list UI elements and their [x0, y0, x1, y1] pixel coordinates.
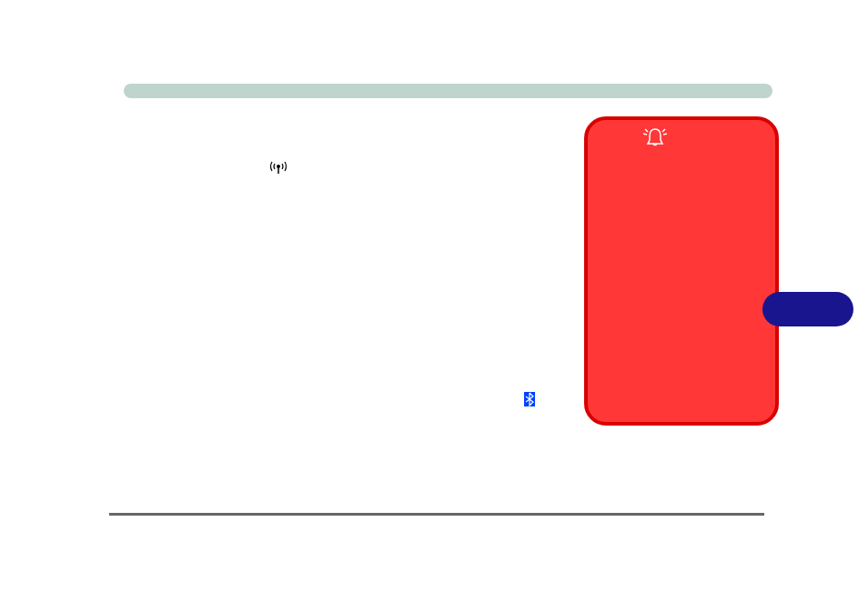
divider-line — [109, 513, 764, 516]
svg-point-0 — [277, 165, 280, 168]
bluetooth-icon — [524, 392, 535, 406]
right-side-tab[interactable] — [762, 292, 853, 326]
svg-line-5 — [663, 134, 667, 135]
svg-line-4 — [662, 129, 665, 132]
antenna-icon — [267, 161, 289, 177]
header-bar — [124, 84, 772, 98]
svg-line-3 — [643, 134, 647, 135]
alert-panel — [584, 116, 779, 426]
svg-line-2 — [645, 129, 648, 132]
bell-icon — [642, 125, 668, 152]
